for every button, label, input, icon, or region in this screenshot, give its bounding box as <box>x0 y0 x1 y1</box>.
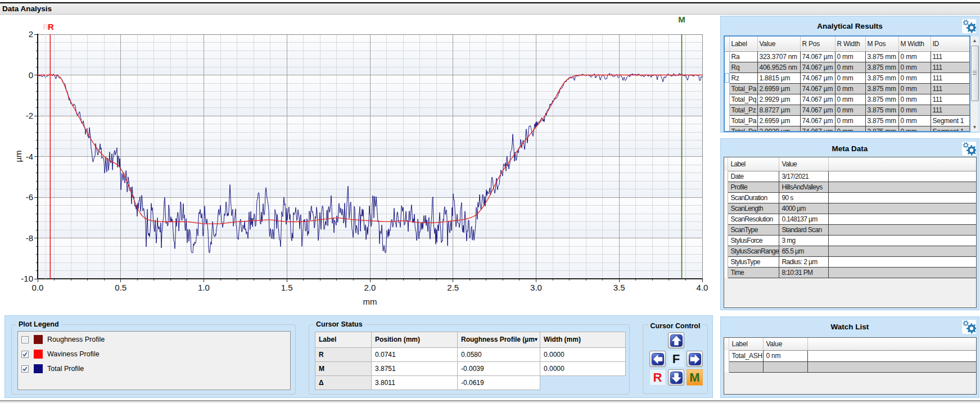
svg-text:2.0: 2.0 <box>364 283 376 292</box>
svg-text:0: 0 <box>29 70 33 80</box>
svg-text:1.0: 1.0 <box>198 283 210 292</box>
svg-text:-10: -10 <box>21 274 33 283</box>
svg-text:-8: -8 <box>26 233 33 243</box>
svg-text:mm: mm <box>363 297 377 306</box>
svg-text:-2: -2 <box>26 111 33 120</box>
svg-text:R: R <box>48 22 54 31</box>
svg-text:2: 2 <box>29 29 33 39</box>
svg-text:1.5: 1.5 <box>281 283 293 292</box>
svg-text:µm: µm <box>13 150 23 162</box>
svg-text:0.0: 0.0 <box>32 283 44 292</box>
svg-text:4.0: 4.0 <box>697 283 708 292</box>
svg-text:3.5: 3.5 <box>613 283 625 292</box>
svg-text:0.5: 0.5 <box>115 283 127 292</box>
svg-text:-6: -6 <box>26 192 33 202</box>
svg-text:-4: -4 <box>26 152 33 161</box>
svg-text:M: M <box>678 15 685 24</box>
svg-text:3.0: 3.0 <box>530 283 542 292</box>
svg-text:2.5: 2.5 <box>447 283 459 292</box>
